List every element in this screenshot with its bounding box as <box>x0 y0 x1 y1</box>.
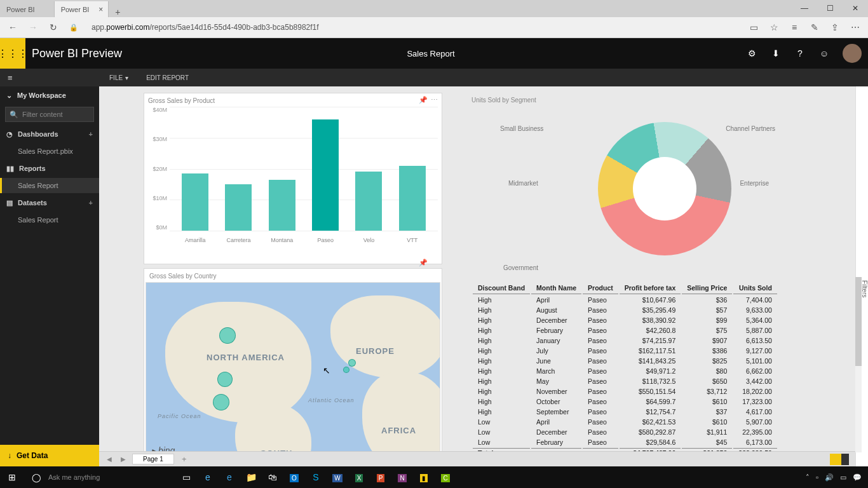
dashboards-section[interactable]: ◔ Dashboards + <box>0 125 99 144</box>
bar[interactable] <box>312 119 339 231</box>
download-icon[interactable]: ⬇ <box>764 48 788 58</box>
url-field[interactable]: app.powerbi.com/reports/5ae14d16-55d4-49… <box>85 23 742 32</box>
reading-view-icon[interactable]: ▭ <box>745 22 763 32</box>
app-launcher-icon[interactable]: ⋮⋮⋮ <box>0 38 25 69</box>
map-bubble[interactable] <box>217 372 233 387</box>
bar[interactable] <box>225 184 252 231</box>
pin-icon[interactable]: 📌 <box>419 96 428 104</box>
map-canvas[interactable]: NORTH AMERICA SOUTH EUROPE AFRICA Atlant… <box>146 282 440 460</box>
table-row[interactable]: HighJunePaseo$141,843.25$8255,101.00 <box>473 356 777 365</box>
word-icon[interactable]: W <box>327 472 348 482</box>
table-row[interactable]: LowAprilPaseo$62,421.53$6105,907.00 <box>473 417 777 426</box>
map-bubble[interactable] <box>348 359 356 367</box>
minimize-button[interactable]: — <box>792 0 817 17</box>
back-button[interactable]: ← <box>4 22 22 32</box>
ie-icon[interactable]: e <box>219 472 240 482</box>
get-data-button[interactable]: ↓ Get Data <box>0 445 99 466</box>
close-window-button[interactable]: ✕ <box>843 0 868 17</box>
skype-icon[interactable]: S <box>305 472 327 482</box>
bar[interactable] <box>399 166 426 231</box>
table-row[interactable]: LowDecemberPaseo$580,292.87$1,91122,395.… <box>473 428 777 437</box>
map-visual[interactable]: 📌 Gross Sales by Country NORTH AMERICA S… <box>144 268 442 459</box>
bar-chart-visual[interactable]: 📌 ⋯ Gross Sales by Product $40M$30M$20M$… <box>144 93 442 264</box>
outlook-icon[interactable]: O <box>283 472 305 482</box>
table-row[interactable]: HighJulyPaseo$162,117.51$3869,127.00 <box>473 346 777 355</box>
add-dashboard-button[interactable]: + <box>89 130 93 138</box>
excel-icon[interactable]: X <box>348 472 370 482</box>
feedback-icon[interactable]: ☺ <box>812 48 836 58</box>
table-row[interactable]: HighSeptemberPaseo$12,754.7$374,617.00 <box>473 407 777 416</box>
favorite-icon[interactable]: ☆ <box>765 22 783 32</box>
explorer-icon[interactable]: 📁 <box>240 472 262 482</box>
filter-input[interactable]: 🔍 Filter content <box>5 107 94 122</box>
hub-icon[interactable]: ≡ <box>785 22 803 32</box>
browser-tab[interactable]: Power BI <box>0 1 55 17</box>
note-icon[interactable]: ✎ <box>806 22 824 32</box>
browser-tab-active[interactable]: Power BI× <box>55 1 109 17</box>
more-icon[interactable]: ⋯ <box>846 22 864 32</box>
table-row[interactable]: LowFebruaryPaseo$29,584.6$456,173.00 <box>473 438 777 447</box>
cortana-icon[interactable]: ◯ <box>24 473 48 482</box>
refresh-button[interactable]: ↻ <box>44 22 62 32</box>
pin-icon[interactable]: 📌 <box>419 259 428 267</box>
close-icon[interactable]: × <box>98 5 103 14</box>
map-bubble[interactable] <box>213 394 229 410</box>
table-row[interactable]: HighJanuaryPaseo$74,215.97$9076,613.50 <box>473 336 777 345</box>
new-tab-button[interactable]: + <box>109 7 126 17</box>
sidebar-item-dataset[interactable]: Sales Report <box>0 212 99 227</box>
table-row[interactable]: HighFebruaryPaseo$42,260.8$755,887.00 <box>473 326 777 335</box>
map-bubble[interactable] <box>219 327 236 344</box>
onenote-icon[interactable]: N <box>391 472 413 482</box>
maximize-button[interactable]: ☐ <box>817 0 843 17</box>
battery-icon[interactable]: ▭ <box>840 473 846 482</box>
prev-page-icon[interactable]: ◀ <box>104 456 114 463</box>
edge-icon[interactable]: e <box>197 472 219 482</box>
bar[interactable] <box>355 172 382 231</box>
map-label: Pacific Ocean <box>158 413 201 419</box>
bar[interactable] <box>182 173 208 231</box>
add-page-button[interactable]: + <box>178 454 191 464</box>
table-row[interactable]: HighAugustPaseo$35,295.49$579,633.00 <box>473 306 777 315</box>
workspace-selector[interactable]: ⌄ My Workspace <box>0 86 99 104</box>
powerbi-desktop-icon[interactable]: ▮ <box>413 472 435 482</box>
share-icon[interactable]: ⇪ <box>826 22 844 32</box>
table-visual[interactable]: Discount BandMonth NameProductProfit bef… <box>468 268 862 459</box>
map-bubble[interactable] <box>343 367 349 373</box>
forward-button[interactable]: → <box>24 22 42 32</box>
start-button[interactable]: ⊞ <box>0 472 24 482</box>
table-row[interactable]: HighMayPaseo$118,732.5$6503,442.00 <box>473 377 777 386</box>
sidebar-item-dashboard[interactable]: Sales Report.pbix <box>0 144 99 159</box>
edit-report-button[interactable]: EDIT REPORT <box>146 74 189 81</box>
table-row[interactable]: HighAprilPaseo$10,647.96$367,404.00 <box>473 295 777 304</box>
powerpoint-icon[interactable]: P <box>370 472 391 482</box>
table-row[interactable]: HighOctoberPaseo$64,599.7$61017,323.00 <box>473 397 777 406</box>
help-icon[interactable]: ? <box>788 48 812 58</box>
datasets-section[interactable]: ▤ Datasets + <box>0 193 99 212</box>
page-tab[interactable]: Page 1 <box>132 454 174 464</box>
donut-chart-visual[interactable]: Units Sold by Segment Small Business Cha… <box>468 93 862 264</box>
bar[interactable] <box>269 180 295 231</box>
network-icon[interactable]: ▫ <box>816 473 818 481</box>
table-scrollbar[interactable] <box>855 277 862 452</box>
volume-icon[interactable]: 🔊 <box>825 473 834 482</box>
store-icon[interactable]: 🛍 <box>262 472 283 482</box>
notifications-icon[interactable]: 💬 <box>853 473 862 482</box>
table-row[interactable]: HighNovemberPaseo$550,151.54$3,71218,202… <box>473 387 777 396</box>
taskbar-search[interactable]: Ask me anything <box>48 473 175 481</box>
table-row[interactable]: HighDecemberPaseo$38,390.92$995,364.00 <box>473 316 777 325</box>
add-dataset-button[interactable]: + <box>89 199 93 207</box>
system-tray[interactable]: ˄ ▫ 🔊 ▭ 💬 <box>806 473 868 482</box>
sidebar-item-report-active[interactable]: Sales Report <box>0 178 99 193</box>
settings-icon[interactable]: ⚙ <box>740 48 764 58</box>
more-options-icon[interactable]: ⋯ <box>431 96 438 104</box>
task-view-icon[interactable]: ▭ <box>175 472 197 482</box>
table-row[interactable]: HighMarchPaseo$49,971.2$806,662.00 <box>473 367 777 376</box>
map-label: AFRICA <box>381 426 416 435</box>
reports-section[interactable]: ▮▮ Reports <box>0 159 99 178</box>
file-menu[interactable]: FILE ▾ <box>109 74 128 81</box>
avatar[interactable] <box>843 44 862 63</box>
camtasia-icon[interactable]: C <box>435 472 456 482</box>
next-page-icon[interactable]: ▶ <box>118 456 128 463</box>
hamburger-icon[interactable]: ≡ <box>0 69 99 86</box>
tray-chevron-icon[interactable]: ˄ <box>806 473 810 482</box>
